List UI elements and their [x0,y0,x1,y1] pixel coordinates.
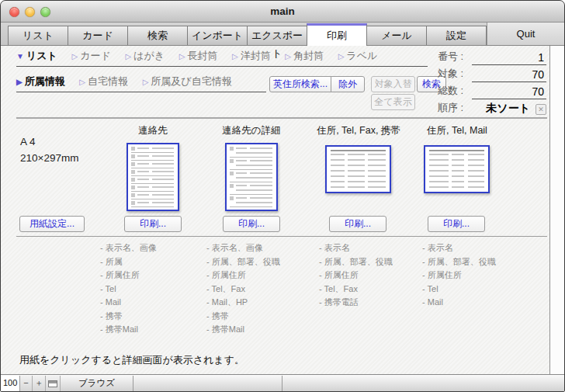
tab-list[interactable]: リスト [8,26,68,45]
paper-nav-postcard[interactable]: ▷はがき [125,50,165,61]
swap-target-button[interactable]: 対象入替 [371,76,415,92]
tab-quit[interactable]: Quit [487,23,564,45]
paper-preview-pattern [128,144,178,210]
target-count-row: 対象 : 70 [438,65,546,82]
paper-nav-label[interactable]: ▷ラベル [338,50,378,61]
field-item: 表示名、画像 [206,241,280,255]
info-nav-work[interactable]: ▶所属情報 [16,75,65,87]
triangle-right-icon: ▷ [125,52,131,61]
sort-order-value: 未ソート [472,102,532,116]
field-item: 所属住所 [100,269,157,283]
paper-size-label: A 4 210×297mm [20,134,78,166]
layout-title-contacts: 連絡先 [106,124,199,137]
zoom-in-button[interactable]: ＋ [33,376,46,391]
paper-setup-button[interactable]: 用紙設定... [19,216,85,232]
layout-title-contact-details: 連絡先の詳細 [205,124,298,137]
paper-nav-list[interactable]: ▼リスト [16,50,57,61]
field-item: 携帯電話 [319,296,393,310]
paper-type-nav: ▼リスト ▷カード ▷はがき ▷長封筒 ▷洋封筒 ▷角封筒 ▷ラベル [16,49,428,67]
tab-mail[interactable]: メール [366,26,427,45]
total-count-label: 総数 : [438,84,472,99]
field-item: 所属、部署、役職 [206,255,280,269]
browse-mode-tab[interactable]: ブラウズ [61,376,133,391]
field-item: 所属住所 [206,269,280,283]
status-bar-section [133,376,282,391]
field-item: Tel [100,283,157,297]
field-item: 携帯 [206,310,280,324]
field-item: 携帯 [100,310,157,324]
target-count-value: 70 [472,68,546,82]
field-item: Tel [422,283,496,297]
field-item: 携帯Mail [100,323,157,337]
split-view-button[interactable] [46,376,61,391]
tab-export[interactable]: エクスポート [247,26,307,45]
field-item: 表示名、画像 [100,241,157,255]
triangle-right-icon: ▷ [338,52,345,61]
paper-nav-card[interactable]: ▷カード [71,50,110,61]
paper-thumbnail-address-tel-fax-mobile[interactable] [325,145,391,193]
paper-nav-square-envelope[interactable]: ▷角封筒 [285,50,324,61]
paper-thumbnail-address-tel-mail[interactable] [424,145,490,193]
field-item: 携帯Mail [206,323,280,337]
tab-print[interactable]: 印刷 [307,23,367,46]
separator-bottom [16,236,547,237]
field-item: 表示名 [319,241,393,255]
field-list-contact-details: 表示名、画像 所属、部署、役職 所属住所 Tel、Fax Mail、HP 携帯 … [206,241,280,337]
triangle-right-icon: ▷ [79,78,85,86]
field-list-address-tel-fax-mobile: 表示名 所属、部署、役職 所属住所 Tel、Fax 携帯電話 [319,241,393,310]
field-item: Tel、Fax [319,283,393,297]
window-icon [48,380,57,387]
sort-order-label: 順序 : [438,101,472,116]
info-nav-work-and-home[interactable]: ▷所属及び自宅情報 [143,75,232,87]
exclude-button[interactable]: 除外 [331,76,365,92]
print-button-contacts[interactable]: 印刷... [124,216,182,232]
zoom-level-field[interactable]: 100 [1,376,20,391]
triangle-right-icon: ▷ [179,52,185,61]
vertical-scrollbar[interactable] [549,46,565,376]
print-button-address-tel-mail[interactable]: 印刷... [428,216,485,232]
field-item: Tel、Fax [206,283,280,297]
zoom-out-button[interactable]: − [20,376,33,391]
field-item: 所属、部署、役職 [319,255,393,269]
tab-card[interactable]: カード [68,26,128,45]
target-count-label: 対象 : [438,67,472,82]
field-item: 所属住所 [319,269,393,283]
triangle-right-icon: ▷ [143,78,149,86]
english-address-search-button[interactable]: 英住所検索... [269,76,331,92]
paper-preview-pattern [425,147,488,192]
paper-thumbnail-contacts[interactable] [127,143,179,211]
record-number-field[interactable]: 1 [472,51,546,65]
paper-nav-long-envelope[interactable]: ▷長封筒 [179,50,218,61]
triangle-down-icon: ▼ [16,52,24,61]
paper-preview-pattern [327,147,390,192]
print-button-contact-details[interactable]: 印刷... [223,216,280,232]
tab-search[interactable]: 検索 [127,26,188,45]
paper-nav-western-envelope[interactable]: ▷洋封筒 [232,50,271,61]
title-bar: main [1,1,564,23]
field-item: Mail [422,296,496,310]
field-item: 所属 [100,255,157,269]
sort-order-row: 順序 : 未ソート ✕ [438,99,546,116]
paper-size-dimensions: 210×297mm [20,150,78,166]
status-bar: 100 − ＋ ブラウズ [1,374,564,391]
print-button-address-tel-fax-mobile[interactable]: 印刷... [329,216,386,232]
triangle-right-icon: ▷ [232,52,238,61]
info-type-nav: ▶所属情報 ▷自宅情報 ▷所属及び自宅情報 [16,75,266,92]
paper-size-name: A 4 [20,134,78,150]
record-info-panel: 番号 : 1 対象 : 70 総数 : 70 順序 : 未ソート ✕ [438,48,546,116]
field-item: 所属住所 [422,269,496,283]
info-nav-home[interactable]: ▷自宅情報 [79,75,128,87]
clear-sort-button[interactable]: ✕ [536,104,546,115]
paper-thumbnail-contact-details[interactable] [225,143,278,211]
tab-settings[interactable]: 設定 [426,26,487,45]
tab-import[interactable]: インポート [187,26,248,45]
field-item: 表示名 [422,241,496,255]
total-count-value: 70 [472,85,546,99]
show-all-button[interactable]: 全て表示 [371,94,415,110]
field-item: Mail、HP [206,296,280,310]
window-title: main [1,1,564,23]
field-item: Mail [100,296,157,310]
field-item: 所属、部署、役職 [422,255,496,269]
total-count-row: 総数 : 70 [438,82,546,99]
record-number-label: 番号 : [438,50,472,65]
